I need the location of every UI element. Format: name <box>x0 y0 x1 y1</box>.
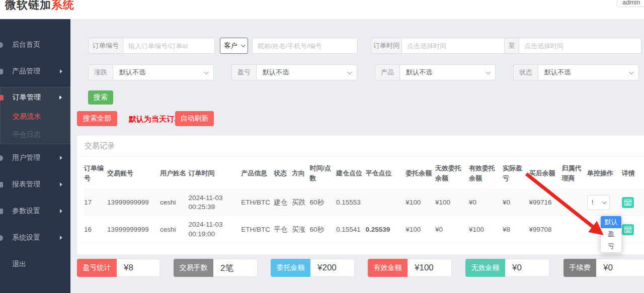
product-value: 默认不选 <box>406 68 432 77</box>
profit-value: 默认不选 <box>263 68 289 77</box>
report-icon <box>0 182 3 187</box>
cell-actual-profit: ¥8 <box>503 216 529 243</box>
sidebar-item-label: 报表管理 <box>12 180 40 189</box>
col-duration: 时间/点数 <box>310 157 336 189</box>
cell-open-point: 0.15541 <box>336 216 366 243</box>
cell-status: 建仓 <box>274 189 292 216</box>
detail-button[interactable] <box>622 197 634 208</box>
sidebar: 后台首页 产品管理 订单管理 交易流水 平仓日志 用户管理 报表管理 参数设置 <box>0 19 70 293</box>
order-time: 00:25:39 <box>188 203 239 212</box>
sidebar-item-dashboard[interactable]: 后台首页 <box>0 35 70 55</box>
control-dropdown-menu: 默认 盈 亏 <box>600 216 622 253</box>
cell-balance-after: ¥99708 <box>529 216 561 243</box>
status-select[interactable]: 默认不选 <box>538 64 639 80</box>
cell-valid-consign: ¥0 <box>469 189 503 216</box>
summary-profit-value: ¥8 <box>117 259 160 277</box>
search-button[interactable]: 搜索 <box>88 90 113 105</box>
box-icon <box>0 69 3 74</box>
sidebar-item-reports[interactable]: 报表管理 <box>0 174 70 194</box>
summary-valid-value: ¥100 <box>408 259 452 277</box>
chevron-right-icon <box>60 156 64 160</box>
sidebar-item-label: 后台首页 <box>12 40 40 49</box>
cell-close-point: 0.25539 <box>366 216 406 243</box>
col-agent: 归属代理商 <box>561 157 587 189</box>
filter-product: 产品 默认不选 <box>375 64 496 80</box>
dropdown-option-lose[interactable]: 亏 <box>601 240 621 252</box>
col-direction: 方向 <box>292 157 310 189</box>
sidebar-item-label: 系统设置 <box>12 233 40 242</box>
card-title: 交易记录 <box>77 136 644 157</box>
user-icon <box>0 155 3 161</box>
detail-icon <box>624 227 631 233</box>
sidebar-item-trade-flow[interactable]: 交易流水 <box>1 108 70 126</box>
customer-search-input[interactable] <box>252 38 358 54</box>
col-product: 产品信息 <box>241 157 274 189</box>
sidebar-item-params[interactable]: 参数设置 <box>0 201 70 221</box>
gear-icon <box>0 235 3 241</box>
order-no-input[interactable] <box>123 38 215 54</box>
sidebar-item-close-log[interactable]: 平仓日志 <box>1 126 70 144</box>
dropdown-option-win[interactable]: 盈 <box>601 228 621 240</box>
product-select[interactable]: 默认不选 <box>400 64 496 80</box>
user-menu[interactable]: admin <box>617 0 644 7</box>
dropdown-option-default[interactable]: 默认 <box>601 216 621 228</box>
cell-agent <box>561 189 587 216</box>
col-detail: 详情 <box>622 157 644 189</box>
filter-order-time-end: 至 <box>504 38 641 54</box>
col-order-time: 订单时间 <box>188 157 241 189</box>
cell-detail <box>622 216 644 243</box>
rise-fall-select[interactable]: 默认不选 <box>113 64 214 80</box>
detail-button[interactable] <box>622 224 634 235</box>
sidebar-item-label: 产品管理 <box>12 67 40 76</box>
cell-balance-after: ¥99716 <box>529 189 561 216</box>
app-logo: 微软链加系统 <box>5 0 74 13</box>
filter-customer: 客户 <box>220 38 358 54</box>
summary-invalid-value: ¥0 <box>505 259 549 277</box>
time-start-input[interactable] <box>402 38 510 54</box>
control-select-value: ! <box>592 198 594 207</box>
sidebar-item-products[interactable]: 产品管理 <box>0 61 70 81</box>
customer-type-select[interactable]: 客户 <box>220 38 248 54</box>
cell-account: 13999999999 <box>107 216 160 243</box>
summary-fee-label: 手续费 <box>564 259 596 277</box>
order-no-label: 订单编号 <box>88 38 123 54</box>
product-label: 产品 <box>375 64 400 80</box>
cell-detail <box>622 189 644 216</box>
cell-close-point <box>366 189 406 216</box>
search-all-button[interactable]: 搜索全部 <box>77 111 117 126</box>
sidebar-item-logout[interactable]: 退出 <box>0 254 70 274</box>
chevron-down-icon <box>347 69 352 74</box>
cell-order-time: 2024-11-03 00:25:39 <box>188 189 241 216</box>
summary-valid-amount: 有效金额 ¥100 <box>368 259 452 277</box>
col-close-point: 平仓点位 <box>366 157 406 189</box>
auto-refresh-button[interactable]: 自动刷新 <box>175 111 214 126</box>
table-row: 17 13999999999 ceshi 2024-11-03 00:25:39… <box>84 189 644 216</box>
cell-invalid-consign: ¥100 <box>435 189 469 216</box>
table-header-row: 订单编号 交易账号 用户姓名 订单时间 产品信息 状态 方向 时间/点数 建仓点… <box>84 157 644 189</box>
chevron-right-icon <box>60 69 64 73</box>
col-balance-after: 买后余额 <box>529 157 561 189</box>
profit-label: 盈亏 <box>231 64 257 80</box>
order-time-label: 订单时间 <box>371 38 402 54</box>
cell-username: ceshi <box>160 189 189 216</box>
profit-select[interactable]: 默认不选 <box>257 64 357 80</box>
time-end-input[interactable] <box>519 38 641 54</box>
filter-profit: 盈亏 默认不选 <box>231 64 357 80</box>
summary-valid-label: 有效金额 <box>368 259 408 277</box>
col-status: 状态 <box>274 157 292 189</box>
summary-consign-label: 委托金额 <box>271 259 310 277</box>
sidebar-item-users[interactable]: 用户管理 <box>0 148 70 168</box>
order-date: 2024-11-03 <box>188 220 239 229</box>
status-value: 默认不选 <box>544 68 571 77</box>
cell-consign: ¥100 <box>406 216 435 243</box>
rise-fall-label: 涨跌 <box>88 64 113 80</box>
sidebar-item-orders[interactable]: 订单管理 <box>1 87 70 108</box>
col-actual-profit: 实际盈亏 <box>503 157 529 189</box>
sidebar-item-label: 平仓日志 <box>13 130 41 139</box>
filter-order-time-start: 订单时间 <box>371 38 510 54</box>
filter-order-no: 订单编号 <box>88 38 215 54</box>
user-name: admin <box>622 0 640 6</box>
order-control-select[interactable]: ! <box>587 195 610 210</box>
order-date: 2024-11-03 <box>188 193 239 203</box>
sidebar-item-system[interactable]: 系统设置 <box>0 228 70 248</box>
